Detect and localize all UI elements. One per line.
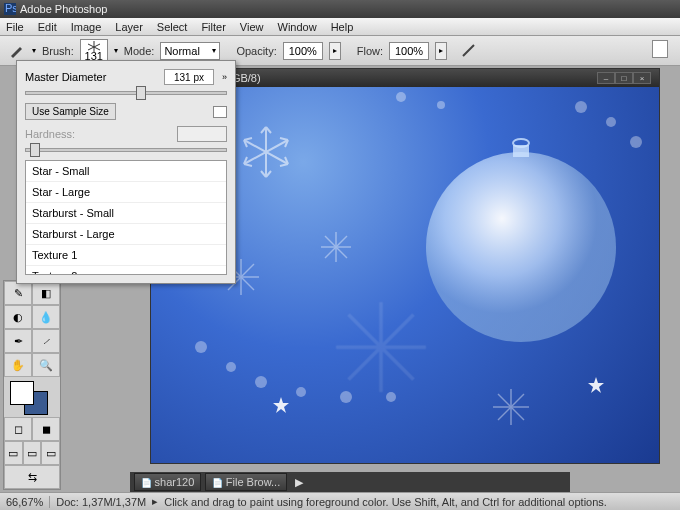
path-icon[interactable]: ✒ bbox=[4, 329, 32, 353]
svg-point-5 bbox=[426, 152, 616, 342]
menu-edit[interactable]: Edit bbox=[38, 21, 57, 33]
task-tab[interactable]: 📄 shar120 bbox=[134, 473, 201, 491]
zoom-icon[interactable]: 🔍 bbox=[32, 353, 60, 377]
flow-arrow[interactable]: ▸ bbox=[435, 42, 447, 60]
close-icon[interactable]: × bbox=[633, 72, 651, 84]
play-icon[interactable]: ▶ bbox=[295, 476, 303, 489]
svg-point-23 bbox=[630, 136, 642, 148]
status-hint: Click and drag to paint using foreground… bbox=[164, 496, 607, 508]
list-item[interactable]: Texture 1 bbox=[26, 245, 226, 266]
menu-view[interactable]: View bbox=[240, 21, 264, 33]
menu-layer[interactable]: Layer bbox=[115, 21, 143, 33]
hardness-field bbox=[177, 126, 227, 142]
use-sample-size-button[interactable]: Use Sample Size bbox=[25, 103, 116, 120]
quickmask-icon[interactable]: ◻ bbox=[4, 417, 32, 441]
svg-point-19 bbox=[396, 92, 406, 102]
toolbox: ✎◧ ◐💧 ✒⟋ ✋🔍 ◻◼ ▭▭▭ ⇆ bbox=[3, 280, 61, 490]
new-preset-icon[interactable] bbox=[213, 106, 227, 118]
airbrush-icon[interactable] bbox=[459, 42, 477, 60]
maximize-icon[interactable]: □ bbox=[615, 72, 633, 84]
list-item[interactable]: Texture 2 bbox=[26, 266, 226, 275]
svg-point-21 bbox=[575, 101, 587, 113]
diameter-slider[interactable] bbox=[25, 91, 227, 95]
svg-point-16 bbox=[386, 392, 396, 402]
history-brush-icon[interactable]: ✎ bbox=[4, 281, 32, 305]
eyedropper-icon[interactable]: ⟋ bbox=[32, 329, 60, 353]
opacity-arrow[interactable]: ▸ bbox=[329, 42, 341, 60]
brush-preview[interactable]: 131 bbox=[80, 39, 108, 63]
menu-file[interactable]: File bbox=[6, 21, 24, 33]
screenmode-icon[interactable]: ▭ bbox=[4, 441, 23, 465]
opacity-field[interactable]: 100% bbox=[283, 42, 323, 60]
screenmode2-icon[interactable]: ▭ bbox=[23, 441, 42, 465]
eraser-icon[interactable]: ◧ bbox=[32, 281, 60, 305]
hand-icon[interactable]: ✋ bbox=[4, 353, 32, 377]
list-item[interactable]: Starburst - Small bbox=[26, 203, 226, 224]
brush-label: Brush: bbox=[42, 45, 74, 57]
menubar: File Edit Image Layer Select Filter View… bbox=[0, 18, 680, 36]
brush-tool-icon[interactable] bbox=[8, 42, 26, 60]
quickmask-on-icon[interactable]: ◼ bbox=[32, 417, 60, 441]
list-item[interactable]: Star - Large bbox=[26, 182, 226, 203]
foreground-color[interactable] bbox=[10, 381, 34, 405]
flyout-icon[interactable]: » bbox=[222, 72, 227, 82]
gradient-icon[interactable]: ◐ bbox=[4, 305, 32, 329]
mode-label: Mode: bbox=[124, 45, 155, 57]
svg-point-20 bbox=[437, 101, 445, 109]
list-item[interactable]: Starburst - Large bbox=[26, 224, 226, 245]
svg-point-14 bbox=[296, 387, 306, 397]
list-item[interactable]: Star - Small bbox=[26, 161, 226, 182]
chevron-down-icon[interactable]: ▾ bbox=[114, 46, 118, 55]
master-diameter-field[interactable] bbox=[164, 69, 214, 85]
titlebar: Ps Adobe Photoshop bbox=[0, 0, 680, 18]
task-strip: 📄 shar120 📄 File Brow... ▶ bbox=[130, 472, 570, 492]
menu-filter[interactable]: Filter bbox=[201, 21, 225, 33]
menu-image[interactable]: Image bbox=[71, 21, 102, 33]
app-icon: Ps bbox=[4, 3, 16, 15]
opacity-label: Opacity: bbox=[236, 45, 276, 57]
chevron-right-icon[interactable]: ▸ bbox=[152, 495, 158, 508]
menu-window[interactable]: Window bbox=[278, 21, 317, 33]
status-bar: 66,67% Doc: 1,37M/1,37M ▸ Click and drag… bbox=[0, 492, 680, 510]
svg-point-13 bbox=[255, 376, 267, 388]
svg-text:Ps: Ps bbox=[5, 3, 16, 14]
brush-preset-list[interactable]: Star - Small Star - Large Starburst - Sm… bbox=[25, 160, 227, 275]
svg-marker-40 bbox=[273, 397, 289, 413]
task-tab[interactable]: 📄 File Brow... bbox=[205, 473, 287, 491]
brush-preset-picker: Master Diameter » Use Sample Size Hardne… bbox=[16, 60, 236, 284]
menu-select[interactable]: Select bbox=[157, 21, 188, 33]
color-swatches[interactable] bbox=[4, 377, 60, 417]
flow-field[interactable]: 100% bbox=[389, 42, 429, 60]
jump-icon[interactable]: ⇆ bbox=[4, 465, 60, 489]
flow-label: Flow: bbox=[357, 45, 383, 57]
palette-well-icon[interactable] bbox=[652, 40, 668, 58]
screenmode3-icon[interactable]: ▭ bbox=[41, 441, 60, 465]
chevron-down-icon[interactable]: ▾ bbox=[32, 46, 36, 55]
doc-size[interactable]: Doc: 1,37M/1,37M bbox=[56, 496, 146, 508]
blur-icon[interactable]: 💧 bbox=[32, 305, 60, 329]
svg-point-11 bbox=[195, 341, 207, 353]
svg-point-22 bbox=[606, 117, 616, 127]
hardness-slider[interactable] bbox=[25, 148, 227, 152]
minimize-icon[interactable]: – bbox=[597, 72, 615, 84]
app-title: Adobe Photoshop bbox=[20, 3, 107, 15]
svg-point-15 bbox=[340, 391, 352, 403]
svg-point-12 bbox=[226, 362, 236, 372]
master-diameter-label: Master Diameter bbox=[25, 71, 106, 83]
svg-marker-41 bbox=[588, 377, 604, 393]
hardness-label: Hardness: bbox=[25, 128, 75, 140]
zoom-level[interactable]: 66,67% bbox=[6, 496, 43, 508]
menu-help[interactable]: Help bbox=[331, 21, 354, 33]
mode-dropdown[interactable]: Normal bbox=[160, 42, 220, 60]
